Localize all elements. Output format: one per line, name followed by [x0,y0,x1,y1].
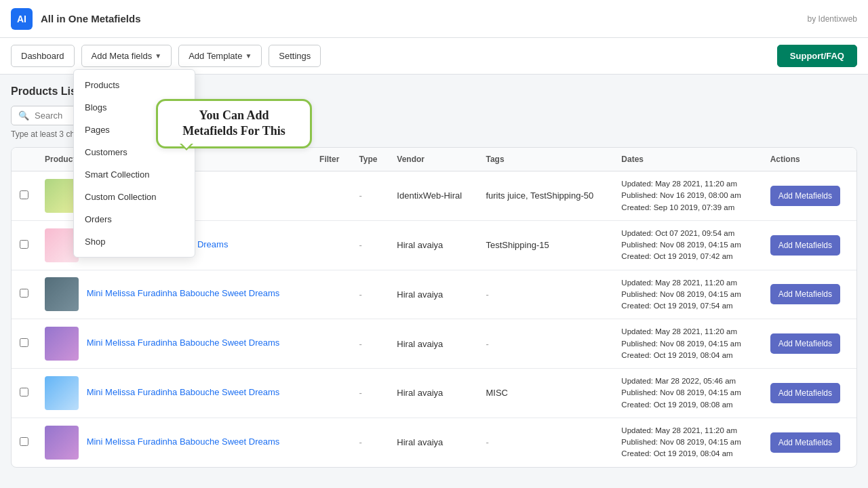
tags-cell: - [477,418,613,466]
add-metafields-button[interactable]: Add Metafields [770,235,840,256]
type-cell: - [351,270,389,319]
app-title: All in One Metafields [41,13,800,24]
row-checkbox[interactable] [12,220,37,270]
type-cell: - [351,369,389,418]
header-filter: Filter [311,148,351,171]
header-type: Type [351,148,389,171]
tags-cell: TestShipping-15 [477,220,613,270]
type-cell: - [351,319,389,369]
actions-cell: Add Metafields [762,418,856,466]
row-checkbox[interactable] [12,171,37,221]
dropdown-item-smart-collection[interactable]: Smart Collection [74,163,195,186]
header-checkbox [12,148,37,171]
dates-cell: Updated: Mar 28 2022, 05:46 amPublished:… [613,369,762,418]
support-faq-button[interactable]: Support/FAQ [777,45,857,67]
add-metafields-button[interactable]: Add Metafields [770,186,840,206]
add-template-button[interactable]: Add Template ▼ [178,45,262,67]
add-metafields-button[interactable]: Add Metafields [770,333,840,354]
search-icon: 🔍 [18,110,29,121]
product-link[interactable]: Mini Melissa Furadinha Babouche Sweet Dr… [87,387,280,397]
type-cell: - [351,418,389,466]
dropdown-item-shop[interactable]: Shop [74,230,195,253]
settings-button[interactable]: Settings [269,45,321,67]
tags-cell: - [477,319,613,369]
dropdown-item-custom-collection[interactable]: Custom Collection [74,186,195,208]
dates-cell: Updated: May 28 2021, 11:20 amPublished:… [613,171,762,221]
filter-cell [311,171,351,221]
add-metafields-button[interactable]: Add Metafields [770,432,840,453]
actions-cell: Add Metafields [762,270,856,319]
app-icon: AI [11,8,33,30]
vendor-cell: Hiral avaiya [389,220,477,270]
row-checkbox[interactable] [12,270,37,319]
vendor-cell: IdentixWeb-Hiral [389,171,477,221]
table-row: Mini Melissa Furadinha Babouche Sweet Dr… [12,418,856,466]
product-image [45,426,79,460]
actions-cell: Add Metafields [762,369,856,418]
product-cell: Mini Melissa Furadinha Babouche Sweet Dr… [37,418,311,466]
toolbar: Dashboard Add Meta fields ▼ Add Template… [0,38,868,75]
add-meta-fields-button[interactable]: Add Meta fields ▼ [81,45,172,67]
tooltip-bubble: You Can Add Metafields For This [156,99,312,148]
chevron-down-icon: ▼ [245,52,252,60]
header-actions: Actions [762,148,856,171]
table-row: Mini Melissa Furadinha Babouche Sweet Dr… [12,319,856,369]
header-tags: Tags [477,148,613,171]
product-image [45,327,79,361]
vendor-cell: Hiral avaiya [389,418,477,466]
tags-cell: MISC [477,369,613,418]
type-cell: - [351,171,389,221]
tags-cell: - [477,270,613,319]
vendor-cell: Hiral avaiya [389,319,477,369]
product-cell: Mini Melissa Furadinha Babouche Sweet Dr… [37,270,311,319]
add-metafields-button[interactable]: Add Metafields [770,284,840,304]
tags-cell: furits juice, TestShipping-50 [477,171,613,221]
dashboard-button[interactable]: Dashboard [11,45,75,67]
dates-cell: Updated: May 28 2021, 11:20 amPublished:… [613,418,762,466]
vendor-cell: Hiral avaiya [389,369,477,418]
product-link[interactable]: Mini Melissa Furadinha Babouche Sweet Dr… [87,289,280,299]
vendor-cell: Hiral avaiya [389,270,477,319]
product-link[interactable]: Mini Melissa Furadinha Babouche Sweet Dr… [87,338,280,348]
dropdown-item-products[interactable]: Products [74,74,195,96]
filter-cell [311,418,351,466]
type-cell: - [351,220,389,270]
header-vendor: Vendor [389,148,477,171]
chevron-down-icon: ▼ [155,52,161,60]
row-checkbox[interactable] [12,418,37,466]
dates-cell: Updated: May 28 2021, 11:20 amPublished:… [613,319,762,369]
actions-cell: Add Metafields [762,171,856,221]
table-row: Mini Melissa Furadinha Babouche Sweet Dr… [12,369,856,418]
filter-cell [311,270,351,319]
filter-cell [311,319,351,369]
dates-cell: Updated: Oct 07 2021, 09:54 amPublished:… [613,220,762,270]
dates-cell: Updated: May 28 2021, 11:20 amPublished:… [613,270,762,319]
row-checkbox[interactable] [12,369,37,418]
product-cell: Mini Melissa Furadinha Babouche Sweet Dr… [37,319,311,369]
table-row: Mini Melissa Furadinha Babouche Sweet Dr… [12,270,856,319]
actions-cell: Add Metafields [762,319,856,369]
filter-cell [311,220,351,270]
product-cell: Mini Melissa Furadinha Babouche Sweet Dr… [37,369,311,418]
product-image [45,277,79,311]
product-link[interactable]: Mini Melissa Furadinha Babouche Sweet Dr… [87,436,280,447]
row-checkbox[interactable] [12,319,37,369]
filter-cell [311,369,351,418]
dropdown-item-orders[interactable]: Orders [74,208,195,230]
top-bar: AI All in One Metafields by Identixweb [0,0,868,38]
by-label: by Identixweb [808,14,857,24]
add-meta-fields-dropdown: Products Blogs Pages Customers Smart Col… [73,69,195,258]
product-image [45,376,79,410]
actions-cell: Add Metafields [762,220,856,270]
header-dates: Dates [613,148,762,171]
add-metafields-button[interactable]: Add Metafields [770,383,840,403]
